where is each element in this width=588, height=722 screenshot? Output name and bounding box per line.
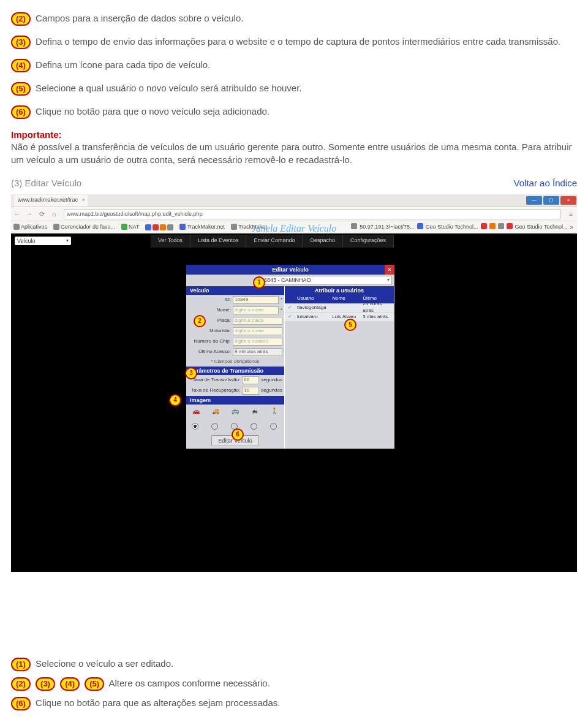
bookmark-fav[interactable]: Gerenciador de favo... — [53, 223, 115, 230]
marker-1: (1) — [11, 658, 31, 671]
check-icon[interactable]: ✓ — [285, 314, 295, 321]
tab-despacho[interactable]: Despacho — [303, 235, 343, 248]
annotation-5: 5 — [344, 319, 356, 331]
bike-icon: 🏍 — [251, 407, 259, 416]
name-field[interactable]: digite o nome — [233, 306, 279, 314]
menu-icon[interactable]: ≡ — [566, 209, 576, 219]
forward-icon[interactable]: → — [24, 209, 34, 219]
window-max-button[interactable]: ▢ — [543, 196, 559, 205]
overflow-icon[interactable]: » — [570, 223, 573, 232]
tab-configuracoes[interactable]: Configurações — [343, 235, 394, 248]
browser-screenshot: www.trackmaker.net/trac × — ▢ × ← → ⟳ ⌂ … — [11, 194, 577, 572]
site-icon[interactable] — [417, 223, 423, 229]
marker-5: (5) — [85, 677, 104, 691]
section-header: (3) Editar Veículo Voltar ao Índice — [11, 177, 577, 189]
marker-2: (2) — [11, 677, 31, 691]
instruction-4-text: Defina um ícone para cada tipo de veícul… — [36, 59, 210, 70]
browser-tab[interactable]: www.trackmaker.net/trac × — [14, 195, 88, 207]
annotation-title: Janela Editar Veículo — [252, 222, 337, 235]
rec-field[interactable]: 10 — [242, 387, 259, 395]
chip-label: Número do Chip: — [188, 338, 233, 345]
annotation-4: 4 — [169, 394, 181, 406]
bookmark-apps[interactable]: Aplicativos — [13, 223, 47, 230]
bookmark-icon[interactable] — [145, 224, 151, 230]
id-label: ID: — [188, 297, 233, 303]
tx-field[interactable]: 60 — [242, 376, 259, 384]
icon-option-truck[interactable]: 🚚 — [211, 407, 220, 431]
folder-icon — [121, 224, 127, 230]
radio-icon[interactable] — [251, 423, 257, 430]
home-icon[interactable]: ⌂ — [49, 209, 59, 219]
tx-label: Taxa de Transmissão: — [188, 377, 242, 384]
plate-field[interactable]: digite a placa — [233, 317, 282, 325]
icon-option-bus[interactable]: 🚌 — [231, 407, 239, 431]
annotation-6: 6 — [232, 428, 244, 441]
chip-field[interactable]: digite o número — [233, 338, 282, 346]
bookmark-tm[interactable]: TrackMaker.net — [179, 223, 225, 230]
bus-icon: 🚌 — [231, 407, 239, 416]
bookmark-icon[interactable] — [167, 224, 173, 230]
instruction-3-text: Defina o tempo de envio das informações … — [36, 36, 560, 47]
bottom-instructions: (1) Selecione o veículo a ser editado. (… — [11, 658, 577, 710]
panel-close-button[interactable]: × — [385, 265, 394, 275]
ip-icon[interactable] — [351, 223, 357, 229]
site-icon[interactable] — [481, 223, 487, 229]
id-field[interactable]: 16849 — [233, 296, 279, 304]
instruction-5: (5) Selecione a qual usuário o novo veíc… — [11, 82, 577, 96]
icon-option-bike[interactable]: 🏍 — [251, 407, 259, 431]
window-min-button[interactable]: — — [526, 196, 542, 205]
marker-3: (3) — [11, 36, 31, 49]
check-icon[interactable]: ✓ — [285, 305, 295, 311]
panel-left: Veículo ID:16849* Nome:digite o nome* Pl… — [186, 286, 284, 449]
instruction-6: (6) Clique no botão para que o novo veíc… — [11, 105, 577, 119]
tab-lista-eventos[interactable]: Lista de Eventos — [190, 235, 247, 248]
icon-option-car[interactable]: 🚗 — [192, 407, 200, 431]
app-toolbar: Veículo Ver Todos Lista de Eventos Envia… — [11, 234, 577, 248]
tab-enviar-comando[interactable]: Enviar Comando — [246, 235, 303, 248]
ip-text[interactable]: 50.97.191.3/~iact/75... — [360, 223, 414, 232]
vehicle-dropdown[interactable]: Veículo — [15, 237, 71, 245]
instruction-3: (3) Defina o tempo de envio das informaç… — [11, 36, 577, 49]
truck-icon: 🚚 — [211, 407, 220, 416]
name-label: Nome: — [188, 307, 233, 314]
vehicle-select[interactable]: 16843 - CAMINHAO — [258, 276, 392, 285]
radio-icon[interactable] — [211, 423, 218, 430]
bookmark-icon[interactable] — [153, 224, 159, 230]
car-icon: 🚗 — [192, 407, 200, 416]
address-bar: ← → ⟳ ⌂ www.map1.biz/geostudio/soft/map.… — [11, 207, 577, 221]
reload-icon[interactable]: ⟳ — [37, 209, 47, 219]
bottom-2345: (2) (3) (4) (5) Altere os campos conform… — [11, 677, 577, 691]
edit-vehicle-panel: Editar Veículo × 16843 - CAMINHAO Veícul… — [186, 265, 394, 449]
marker-3: (3) — [36, 677, 55, 691]
back-icon[interactable]: ← — [12, 209, 22, 219]
user-row[interactable]: ✓ flaviogontaga 23 horas atrás — [285, 303, 394, 313]
bookmark-icon[interactable] — [160, 224, 166, 230]
radio-icon[interactable] — [270, 423, 277, 430]
annotation-1: 1 — [253, 276, 265, 289]
window-buttons: — ▢ × — [526, 195, 577, 206]
annotation-3: 3 — [185, 367, 197, 379]
tab-close-icon[interactable]: × — [82, 196, 85, 203]
url-text: www.map1.biz/geostudio/soft/map.php:edit… — [67, 210, 203, 218]
important-label: Importante: — [11, 129, 577, 141]
driver-field[interactable]: digite o nome — [233, 327, 282, 335]
image-header: Imagem — [186, 396, 284, 405]
driver-label: Motorista: — [188, 328, 233, 335]
last-field: 9 minutos atrás — [233, 348, 282, 356]
site-icon — [179, 224, 186, 230]
url-field[interactable]: www.map1.biz/geostudio/soft/map.php:edit… — [64, 209, 561, 219]
back-link[interactable]: Voltar ao Índice — [514, 177, 577, 189]
app-tabs: Ver Todos Lista de Eventos Enviar Comand… — [151, 235, 394, 248]
window-close-button[interactable]: × — [560, 196, 576, 205]
bookmark-nat[interactable]: NAT — [121, 223, 139, 230]
marker-6: (6) — [11, 697, 31, 710]
radio-icon[interactable] — [192, 423, 198, 430]
tab-ver-todos[interactable]: Ver Todos — [151, 235, 190, 248]
bottom-1: (1) Selecione o veículo a ser editado. — [11, 658, 577, 671]
folder-icon — [53, 224, 59, 230]
site-icon[interactable] — [489, 223, 496, 229]
site-icon[interactable] — [498, 223, 504, 229]
user-row[interactable]: ✓ luisalvaro Luis Alvaro 3 dias atrás — [285, 313, 394, 322]
icon-option-person[interactable]: 🚶 — [270, 407, 279, 431]
site-icon[interactable] — [507, 223, 513, 229]
